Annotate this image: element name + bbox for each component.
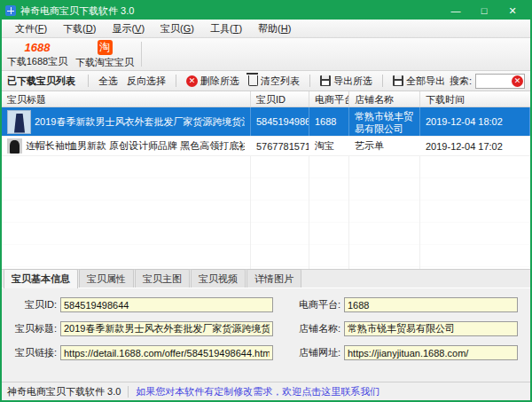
- status-app-name: 神奇电商宝贝下载软件 3.0: [7, 385, 121, 398]
- logo-1688-icon: 1688: [25, 41, 51, 54]
- separator: [309, 75, 310, 87]
- platform-field[interactable]: [344, 297, 518, 312]
- minimize-button[interactable]: —: [442, 2, 470, 20]
- shop-url-label: 店铺网址:: [289, 346, 340, 359]
- shop-name-label: 店铺名称:: [289, 322, 340, 335]
- menu-bar: 文件(F) 下载(D) 显示(V) 宝贝(G) 工具(T) 帮助(H): [2, 20, 530, 38]
- search-box: ✕: [475, 74, 525, 89]
- product-link-field[interactable]: [60, 345, 273, 360]
- download-taobao-label: 下载淘宝宝贝: [75, 56, 134, 69]
- product-table: 宝贝标题 宝贝ID 电商平台 店铺名称 下载时间 2019春季新款男士风衣外套批…: [2, 91, 530, 269]
- product-title-label: 宝贝标题:: [11, 322, 57, 335]
- table-header: 宝贝标题 宝贝ID 电商平台 店铺名称 下载时间: [2, 91, 530, 107]
- menu-item[interactable]: 宝贝(G): [153, 20, 202, 37]
- separator: [176, 75, 176, 87]
- platform-label: 电商平台:: [289, 298, 340, 311]
- download-1688-button[interactable]: 1688 下载1688宝贝: [4, 39, 71, 69]
- table-row-selected[interactable]: 2019春季新款男士风衣外套批发厂家货源跨境货源wish速卖通亚 5845194…: [2, 107, 530, 137]
- window-title: 神奇电商宝贝下载软件 3.0: [20, 4, 442, 18]
- menu-tools[interactable]: 工具(T): [202, 20, 250, 37]
- delete-icon: ✕: [186, 75, 198, 87]
- select-all-button[interactable]: 全选: [94, 73, 122, 90]
- close-button[interactable]: ✕: [498, 2, 527, 20]
- download-taobao-button[interactable]: 淘 下载淘宝宝贝: [71, 39, 138, 69]
- app-window: 神奇电商宝贝下载软件 3.0 — □ ✕ 文件(F) 下载(D) 显示(V) 宝…: [0, 0, 532, 402]
- title-bar: 神奇电商宝贝下载软件 3.0 — □ ✕: [2, 2, 530, 20]
- detail-tab-bar: 宝贝基本信息 宝贝属性 宝贝主图 宝贝视频 详情图片: [2, 269, 530, 288]
- separator: [88, 75, 89, 87]
- shop-name-field[interactable]: [344, 321, 518, 336]
- menu-file[interactable]: 文件(F): [7, 20, 55, 37]
- col-platform[interactable]: 电商平台: [309, 91, 349, 106]
- product-time: 2019-12-04 18:02: [420, 107, 530, 136]
- product-title-field[interactable]: [60, 321, 273, 336]
- clear-list-button[interactable]: 清空列表: [244, 73, 304, 90]
- menu-help[interactable]: 帮助(H): [250, 20, 299, 37]
- product-id: 584519498644: [251, 107, 309, 136]
- table-empty-area: [2, 156, 530, 269]
- product-thumbnail: [7, 138, 22, 154]
- col-title[interactable]: 宝贝标题: [2, 91, 251, 106]
- contact-link[interactable]: 如果您对本软件有定制修改需求，欢迎点击这里联系我们: [136, 385, 379, 398]
- list-action-bar: 已下载宝贝列表 全选 反向选择 ✕ 删除所选 清空列表 导出所选 全部导出 搜索…: [2, 71, 530, 91]
- shop-url-field[interactable]: [344, 345, 518, 360]
- product-id: 576778157186: [251, 137, 309, 155]
- menu-view[interactable]: 显示(V): [104, 20, 153, 37]
- floppy-icon: [320, 75, 331, 86]
- toolbar-separator: [141, 42, 142, 67]
- detail-panel: 宝贝ID: 电商平台: 宝贝标题: 店铺名称: 宝贝链接:: [2, 288, 530, 382]
- product-thumbnail: [7, 110, 31, 134]
- tab-basic-info[interactable]: 宝贝基本信息: [4, 269, 78, 288]
- search-label: 搜索:: [450, 75, 472, 88]
- product-id-field[interactable]: [60, 297, 273, 312]
- tab-attributes[interactable]: 宝贝属性: [79, 269, 134, 288]
- product-title: 连帽长袖t恤男新款 原创设计师品牌 黑色高领打底衫秋季 暗黑小众: [26, 139, 245, 153]
- product-id-label: 宝贝ID:: [11, 298, 57, 311]
- product-link-label: 宝贝链接:: [11, 346, 57, 359]
- invert-selection-button[interactable]: 反向选择: [122, 73, 170, 90]
- menu-download[interactable]: 下载(D): [55, 20, 104, 37]
- maximize-button[interactable]: □: [470, 2, 498, 20]
- separator: [382, 75, 383, 87]
- export-all-button[interactable]: 全部导出: [388, 73, 450, 90]
- separator: [128, 386, 129, 398]
- col-shop[interactable]: 店铺名称: [349, 91, 420, 106]
- app-icon: [5, 5, 16, 16]
- export-selected-button[interactable]: 导出所选: [316, 73, 377, 90]
- tab-video[interactable]: 宝贝视频: [191, 269, 246, 288]
- product-title: 2019春季新款男士风衣外套批发厂家货源跨境货源wish速卖通亚: [35, 115, 245, 129]
- floppy-icon: [393, 75, 403, 86]
- product-platform: 淘宝: [309, 137, 349, 155]
- taobao-icon: 淘: [98, 40, 113, 55]
- product-platform: 1688: [309, 107, 349, 136]
- tab-main-images[interactable]: 宝贝主图: [135, 269, 190, 288]
- trash-icon: [248, 75, 258, 86]
- main-toolbar: 1688 下载1688宝贝 淘 下载淘宝宝贝: [2, 38, 530, 71]
- col-id[interactable]: 宝贝ID: [251, 91, 309, 106]
- col-time[interactable]: 下载时间: [420, 91, 530, 106]
- download-1688-label: 下载1688宝贝: [7, 55, 67, 68]
- product-shop: 艺示单: [349, 137, 420, 155]
- tab-detail-images[interactable]: 详情图片: [246, 269, 301, 288]
- delete-selected-button[interactable]: ✕ 删除所选: [182, 73, 244, 90]
- product-shop: 常熟市锐丰贸易有限公司: [355, 108, 414, 136]
- clear-search-icon[interactable]: ✕: [512, 75, 523, 87]
- list-title: 已下载宝贝列表: [7, 75, 82, 88]
- status-bar: 神奇电商宝贝下载软件 3.0 如果您对本软件有定制修改需求，欢迎点击这里联系我们: [2, 382, 530, 400]
- table-row[interactable]: 连帽长袖t恤男新款 原创设计师品牌 黑色高领打底衫秋季 暗黑小众 5767781…: [2, 137, 530, 156]
- product-time: 2019-12-04 17:02: [420, 137, 530, 155]
